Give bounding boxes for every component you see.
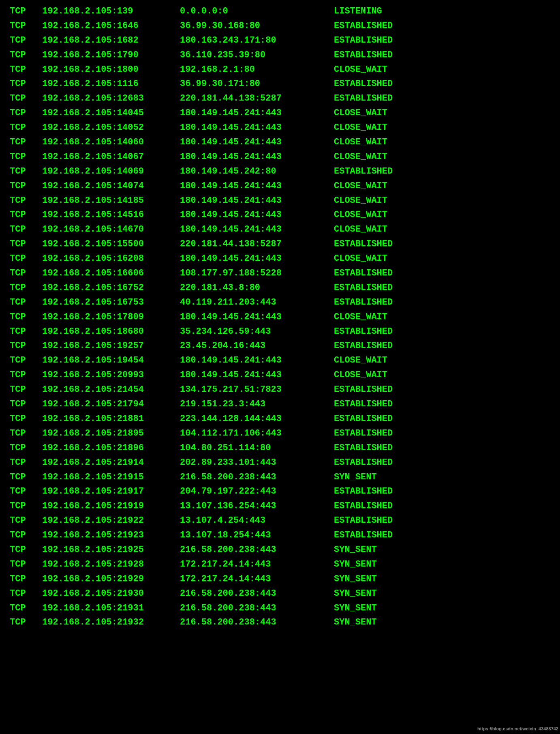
- foreign-address-cell: 172.217.24.14:443: [177, 572, 331, 586]
- foreign-address-cell: 219.151.23.3:443: [177, 397, 331, 412]
- foreign-address-cell: 180.149.145.241:443: [177, 179, 331, 193]
- table-row: TCP192.168.2.105:20993180.149.145.241:44…: [6, 368, 554, 382]
- state-cell: CLOSE_WAIT: [331, 310, 554, 324]
- state-cell: CLOSE_WAIT: [331, 179, 554, 193]
- foreign-address-cell: 172.217.24.14:443: [177, 557, 331, 572]
- state-cell: SYN_SENT: [331, 543, 554, 557]
- foreign-address-cell: 13.107.4.254:443: [177, 513, 331, 528]
- table-row: TCP192.168.2.105:14052180.149.145.241:44…: [6, 120, 554, 135]
- foreign-address-cell: 180.163.243.171:80: [177, 33, 331, 48]
- table-row: TCP192.168.2.105:111636.99.30.171:80ESTA…: [6, 77, 554, 91]
- foreign-address-cell: 216.58.200.238:443: [177, 586, 331, 601]
- local-address-cell: 192.168.2.105:19257: [39, 339, 177, 353]
- foreign-address-cell: 36.110.235.39:80: [177, 48, 331, 62]
- table-row: TCP192.168.2.105:14185180.149.145.241:44…: [6, 193, 554, 208]
- proto-cell: TCP: [6, 179, 39, 193]
- local-address-cell: 192.168.2.105:16753: [39, 295, 177, 310]
- proto-cell: TCP: [6, 382, 39, 397]
- local-address-cell: 192.168.2.105:20993: [39, 368, 177, 382]
- foreign-address-cell: 180.149.145.241:443: [177, 222, 331, 237]
- table-row: TCP192.168.2.105:16208180.149.145.241:44…: [6, 251, 554, 266]
- state-cell: SYN_SENT: [331, 615, 554, 630]
- proto-cell: TCP: [6, 295, 39, 310]
- local-address-cell: 192.168.2.105:14052: [39, 120, 177, 135]
- table-row: TCP192.168.2.105:21896104.80.251.114:80E…: [6, 441, 554, 455]
- state-cell: ESTABLISHED: [331, 295, 554, 310]
- state-cell: CLOSE_WAIT: [331, 62, 554, 77]
- state-cell: ESTABLISHED: [331, 281, 554, 295]
- local-address-cell: 192.168.2.105:15500: [39, 237, 177, 251]
- state-cell: CLOSE_WAIT: [331, 193, 554, 208]
- local-address-cell: 192.168.2.105:14067: [39, 150, 177, 164]
- state-cell: ESTABLISHED: [331, 484, 554, 499]
- proto-cell: TCP: [6, 106, 39, 120]
- foreign-address-cell: 220.181.44.138:5287: [177, 91, 331, 106]
- foreign-address-cell: 216.58.200.238:443: [177, 601, 331, 616]
- state-cell: CLOSE_WAIT: [331, 368, 554, 382]
- foreign-address-cell: 35.234.126.59:443: [177, 324, 331, 339]
- local-address-cell: 192.168.2.105:21931: [39, 601, 177, 616]
- local-address-cell: 192.168.2.105:21929: [39, 572, 177, 586]
- state-cell: ESTABLISHED: [331, 237, 554, 251]
- local-address-cell: 192.168.2.105:14185: [39, 193, 177, 208]
- foreign-address-cell: 223.144.128.144:443: [177, 412, 331, 426]
- proto-cell: TCP: [6, 310, 39, 324]
- state-cell: ESTABLISHED: [331, 426, 554, 441]
- proto-cell: TCP: [6, 4, 39, 19]
- local-address-cell: 192.168.2.105:17809: [39, 310, 177, 324]
- table-row: TCP192.168.2.105:1868035.234.126.59:443E…: [6, 324, 554, 339]
- proto-cell: TCP: [6, 193, 39, 208]
- table-row: TCP192.168.2.105:21930216.58.200.238:443…: [6, 586, 554, 601]
- state-cell: CLOSE_WAIT: [331, 222, 554, 237]
- proto-cell: TCP: [6, 237, 39, 251]
- state-cell: CLOSE_WAIT: [331, 150, 554, 164]
- state-cell: CLOSE_WAIT: [331, 251, 554, 266]
- local-address-cell: 192.168.2.105:1646: [39, 19, 177, 33]
- proto-cell: TCP: [6, 324, 39, 339]
- proto-cell: TCP: [6, 470, 39, 485]
- table-row: TCP192.168.2.105:21932216.58.200.238:443…: [6, 615, 554, 630]
- foreign-address-cell: 180.149.145.241:443: [177, 193, 331, 208]
- state-cell: ESTABLISHED: [331, 324, 554, 339]
- proto-cell: TCP: [6, 513, 39, 528]
- local-address-cell: 192.168.2.105:21794: [39, 397, 177, 412]
- state-cell: SYN_SENT: [331, 572, 554, 586]
- local-address-cell: 192.168.2.105:21895: [39, 426, 177, 441]
- table-row: TCP192.168.2.105:21928172.217.24.14:443S…: [6, 557, 554, 572]
- proto-cell: TCP: [6, 19, 39, 33]
- local-address-cell: 192.168.2.105:21923: [39, 528, 177, 543]
- local-address-cell: 192.168.2.105:21454: [39, 382, 177, 397]
- foreign-address-cell: 216.58.200.238:443: [177, 470, 331, 485]
- local-address-cell: 192.168.2.105:1790: [39, 48, 177, 62]
- local-address-cell: 192.168.2.105:14045: [39, 106, 177, 120]
- foreign-address-cell: 40.119.211.203:443: [177, 295, 331, 310]
- local-address-cell: 192.168.2.105:16208: [39, 251, 177, 266]
- state-cell: ESTABLISHED: [331, 455, 554, 470]
- foreign-address-cell: 36.99.30.168:80: [177, 19, 331, 33]
- state-cell: ESTABLISHED: [331, 528, 554, 543]
- table-row: TCP192.168.2.105:17809180.149.145.241:44…: [6, 310, 554, 324]
- foreign-address-cell: 104.112.171.106:443: [177, 426, 331, 441]
- table-row: TCP192.168.2.105:21929172.217.24.14:443S…: [6, 572, 554, 586]
- foreign-address-cell: 13.107.18.254:443: [177, 528, 331, 543]
- local-address-cell: 192.168.2.105:21896: [39, 441, 177, 455]
- foreign-address-cell: 180.149.145.241:443: [177, 368, 331, 382]
- proto-cell: TCP: [6, 615, 39, 630]
- table-row: TCP192.168.2.105:19454180.149.145.241:44…: [6, 353, 554, 368]
- foreign-address-cell: 202.89.233.101:443: [177, 455, 331, 470]
- proto-cell: TCP: [6, 441, 39, 455]
- table-row: TCP192.168.2.105:12683220.181.44.138:528…: [6, 91, 554, 106]
- proto-cell: TCP: [6, 120, 39, 135]
- state-cell: CLOSE_WAIT: [331, 106, 554, 120]
- table-row: TCP192.168.2.105:14069180.149.145.242:80…: [6, 164, 554, 179]
- proto-cell: TCP: [6, 543, 39, 557]
- proto-cell: TCP: [6, 426, 39, 441]
- proto-cell: TCP: [6, 528, 39, 543]
- foreign-address-cell: 220.181.44.138:5287: [177, 237, 331, 251]
- foreign-address-cell: 180.149.145.241:443: [177, 251, 331, 266]
- local-address-cell: 192.168.2.105:14060: [39, 135, 177, 150]
- table-row: TCP192.168.2.105:2192213.107.4.254:443ES…: [6, 513, 554, 528]
- table-row: TCP192.168.2.105:21454134.175.217.51:782…: [6, 382, 554, 397]
- table-row: TCP192.168.2.105:21915216.58.200.238:443…: [6, 470, 554, 485]
- proto-cell: TCP: [6, 412, 39, 426]
